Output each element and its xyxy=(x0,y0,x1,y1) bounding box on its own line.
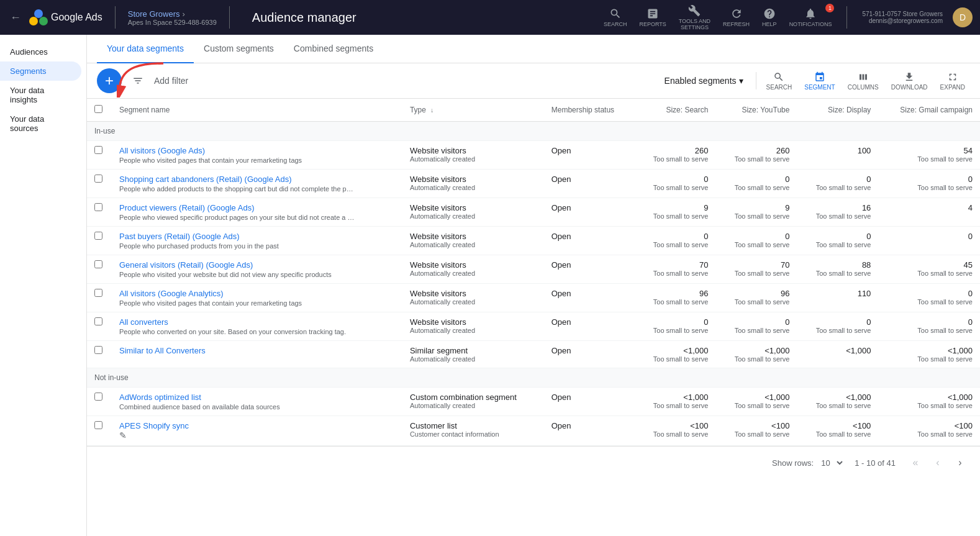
row-checkbox[interactable] xyxy=(94,203,102,211)
first-page-button[interactable]: « xyxy=(905,453,925,473)
segment-name-link[interactable]: Similar to All Converters xyxy=(119,346,395,355)
row-size-gmail-cell: 4 xyxy=(878,198,980,227)
size-search-val: 0 xyxy=(642,175,709,184)
row-checkbox[interactable] xyxy=(94,146,102,154)
tab-bar: Your data segments Custom segments Combi… xyxy=(87,35,980,63)
row-type-cell: Website visitors Automatically created xyxy=(402,141,544,170)
segment-name-link[interactable]: AdWords optimized list xyxy=(119,393,395,402)
sidebar-item-audiences[interactable]: Audiences xyxy=(0,42,81,61)
size-yt-small: Too small to serve xyxy=(723,241,789,248)
help-nav-button[interactable]: HELP xyxy=(757,5,782,30)
search-nav-button[interactable]: SEARCH xyxy=(599,5,632,30)
store-name[interactable]: Store Growers › xyxy=(128,9,217,19)
row-membership-cell: Open xyxy=(544,284,635,312)
sidebar-item-segments[interactable]: Segments xyxy=(0,61,81,81)
row-size-display-cell: 0 Too small to serve xyxy=(797,227,878,255)
add-segment-button[interactable]: + xyxy=(97,68,122,93)
notification-badge: 1 xyxy=(825,4,834,12)
row-type-cell: Custom combination segment Automatically… xyxy=(402,388,544,416)
select-all-header[interactable] xyxy=(87,99,112,122)
columns-toolbar-button[interactable]: COLUMNS xyxy=(843,69,884,93)
row-checkbox[interactable] xyxy=(94,260,102,268)
row-type-cell: Website visitors Automatically created xyxy=(402,312,544,341)
type-main: Website visitors xyxy=(410,203,537,212)
table-row: All visitors (Google Analytics) People w… xyxy=(87,284,980,312)
back-button[interactable]: ← xyxy=(7,9,24,27)
size-yt-small: Too small to serve xyxy=(723,298,789,306)
prev-page-button[interactable]: ‹ xyxy=(928,453,948,473)
segment-name-link[interactable]: All visitors (Google Analytics) xyxy=(119,289,395,298)
row-membership-cell: Open xyxy=(544,388,635,416)
sidebar-item-data-insights[interactable]: Your data insights xyxy=(0,81,81,109)
store-name-link[interactable]: Store Growers xyxy=(128,9,180,19)
size-search-val: 0 xyxy=(642,317,709,327)
segment-name-link[interactable]: General visitors (Retail) (Google Ads) xyxy=(119,260,395,270)
tab-your-data[interactable]: Your data segments xyxy=(97,35,194,63)
row-name-cell: Product viewers (Retail) (Google Ads) Pe… xyxy=(112,198,402,227)
avatar[interactable]: D xyxy=(953,7,973,27)
segment-name-link[interactable]: All converters xyxy=(119,317,395,327)
table-row: APES Shopify sync ✎ Customer list Custom… xyxy=(87,416,980,446)
row-checkbox-cell[interactable] xyxy=(87,284,112,312)
add-filter-text[interactable]: Add filter xyxy=(154,76,188,86)
row-size-gmail-cell: 0 Too small to serve xyxy=(878,170,980,198)
top-navigation: ← Google Ads Store Growers › Apes In Spa… xyxy=(0,0,980,35)
download-toolbar-button[interactable]: DOWNLOAD xyxy=(886,69,933,93)
segment-name-link[interactable]: Past buyers (Retail) (Google Ads) xyxy=(119,232,395,241)
enabled-segments-dropdown[interactable]: Enabled segments ▾ xyxy=(657,72,751,89)
expand-toolbar-label: EXPAND xyxy=(940,84,965,91)
tab-custom[interactable]: Custom segments xyxy=(194,35,284,63)
size-yt-val: 260 xyxy=(723,146,789,155)
row-name-cell: All visitors (Google Analytics) People w… xyxy=(112,284,402,312)
row-checkbox-cell[interactable] xyxy=(87,255,112,284)
row-checkbox[interactable] xyxy=(94,175,102,183)
row-checkbox-cell[interactable] xyxy=(87,388,112,416)
rows-select[interactable]: 10 25 50 100 xyxy=(819,458,845,468)
row-size-search-cell: <1,000 Too small to serve xyxy=(635,341,716,368)
row-size-search-cell: <100 Too small to serve xyxy=(635,416,716,446)
row-checkbox[interactable] xyxy=(94,317,102,325)
svg-point-2 xyxy=(34,9,43,18)
segment-name-link[interactable]: Product viewers (Retail) (Google Ads) xyxy=(119,203,395,212)
row-checkbox-cell[interactable] xyxy=(87,312,112,341)
row-checkbox-cell[interactable] xyxy=(87,341,112,368)
reports-nav-button[interactable]: REPORTS xyxy=(634,5,671,30)
select-all-checkbox[interactable] xyxy=(94,105,102,113)
edit-icon[interactable]: ✎ xyxy=(119,430,127,440)
segment-name-link[interactable]: Shopping cart abandoners (Retail) (Googl… xyxy=(119,175,395,184)
row-name-cell: APES Shopify sync ✎ xyxy=(112,416,402,446)
row-checkbox-cell[interactable] xyxy=(87,141,112,170)
size-search-val: 260 xyxy=(642,146,709,155)
size-yt-val: <1,000 xyxy=(723,393,789,402)
group-header-cell: Not in-use xyxy=(87,368,980,388)
filter-button[interactable] xyxy=(127,70,149,92)
row-checkbox[interactable] xyxy=(94,346,102,354)
next-page-button[interactable]: › xyxy=(950,453,970,473)
search-toolbar-button[interactable]: SEARCH xyxy=(761,69,797,93)
row-checkbox[interactable] xyxy=(94,393,102,401)
sidebar-item-data-sources[interactable]: Your data sources xyxy=(0,109,81,138)
row-size-display-cell: <100 Too small to serve xyxy=(797,416,878,446)
row-checkbox[interactable] xyxy=(94,289,102,297)
expand-toolbar-button[interactable]: EXPAND xyxy=(935,69,970,93)
size-search-val: <1,000 xyxy=(642,393,709,402)
table-row: General visitors (Retail) (Google Ads) P… xyxy=(87,255,980,284)
row-checkbox-cell[interactable] xyxy=(87,198,112,227)
segment-name-link[interactable]: APES Shopify sync xyxy=(119,421,395,430)
row-checkbox-cell[interactable] xyxy=(87,170,112,198)
row-checkbox-cell[interactable] xyxy=(87,227,112,255)
row-checkbox[interactable] xyxy=(94,232,102,240)
tools-nav-button[interactable]: TOOLS ANDSETTINGS xyxy=(674,2,715,33)
col-header-type[interactable]: Type ↓ xyxy=(402,99,544,122)
notifications-nav-button[interactable]: 1 NOTIFICATIONS xyxy=(784,5,837,30)
size-display-small: Too small to serve xyxy=(804,270,871,277)
row-checkbox-cell[interactable] xyxy=(87,416,112,446)
row-checkbox[interactable] xyxy=(94,421,102,429)
segment-name-link[interactable]: All visitors (Google Ads) xyxy=(119,146,395,155)
refresh-nav-button[interactable]: REFRESH xyxy=(718,5,755,30)
segment-toolbar-button[interactable]: SEGMENT xyxy=(799,69,840,93)
row-type-cell: Website visitors Automatically created xyxy=(402,170,544,198)
reports-nav-icon xyxy=(647,7,659,20)
account-id[interactable]: Apes In Space 529-488-6939 xyxy=(128,19,217,26)
tab-combined[interactable]: Combined segments xyxy=(284,35,383,63)
